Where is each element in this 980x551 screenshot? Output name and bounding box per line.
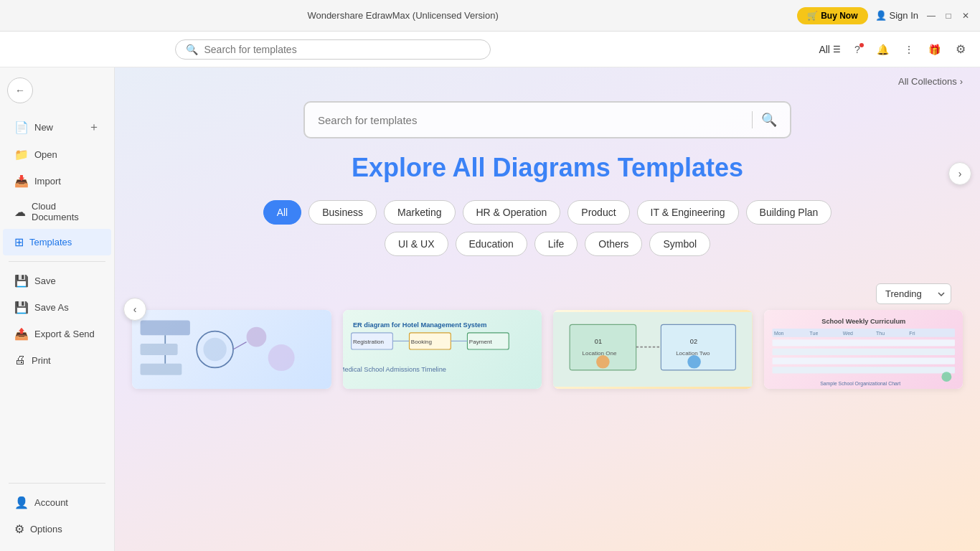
titlebar: Wondershare EdrawMax (Unlicensed Version… [0, 0, 980, 32]
category-pill-all[interactable]: All [263, 200, 302, 225]
sort-row: Trending Newest Most Used [115, 275, 980, 310]
sidebar-item-save-as[interactable]: 💾 Save As [3, 294, 111, 321]
back-button[interactable]: ← [7, 77, 33, 103]
help-icon[interactable]: ? [849, 42, 865, 57]
cart-icon: 🛒 [807, 11, 818, 21]
sidebar-item-account[interactable]: 👤 Account [3, 489, 111, 516]
collections-row: All Collections › [115, 67, 980, 87]
category-pill-education[interactable]: Education [456, 232, 527, 256]
category-pill-symbol[interactable]: Symbol [649, 232, 710, 256]
carousel-prev-button[interactable]: ‹ [123, 298, 146, 321]
svg-point-6 [203, 338, 226, 361]
svg-text:Fri: Fri [909, 331, 915, 336]
save-as-icon: 💾 [14, 301, 29, 314]
sidebar-item-open[interactable]: 📁 Open [3, 141, 111, 168]
explore-section: Explore All Diagrams Templates AllBusine… [115, 138, 980, 275]
settings-icon[interactable]: ⚙ [953, 42, 969, 57]
template-card[interactable]: School Weekly Curriculum Mon Tue Wed Thu… [764, 310, 963, 389]
svg-text:Thu: Thu [876, 331, 885, 336]
svg-rect-33 [772, 349, 954, 355]
carousel-next-button[interactable]: › [948, 162, 971, 185]
gift-icon[interactable]: 🎁 [927, 42, 943, 57]
sidebar-item-options[interactable]: ⚙ Options [3, 516, 111, 542]
sidebar-item-new[interactable]: 📄 New ＋ [3, 113, 111, 141]
import-icon: 📥 [14, 174, 29, 188]
svg-text:02: 02 [690, 338, 697, 345]
toolbar-icons: ? 🔔 ⋮ 🎁 ⚙ [849, 42, 969, 57]
svg-text:Tue: Tue [809, 331, 818, 336]
top-search-container: 🔍 [175, 39, 491, 60]
hero-search-container: 🔍 [115, 101, 980, 138]
category-row-1: AllBusinessMarketingHR & OperationProduc… [143, 200, 951, 225]
sidebar-item-import[interactable]: 📥 Import [3, 168, 111, 194]
top-bar: 🔍 All ☰ ? 🔔 ⋮ 🎁 ⚙ [0, 32, 980, 67]
svg-text:ER diagram for Hotel Managemen: ER diagram for Hotel Management System [352, 321, 486, 329]
main-layout: ← 📄 New ＋ 📁 Open 📥 Import ☁ Cloud Docume… [0, 67, 980, 551]
template-card[interactable]: 01 02 Location One Location Two [553, 310, 753, 389]
svg-text:Registration: Registration [352, 339, 383, 345]
svg-rect-31 [772, 329, 954, 337]
svg-point-7 [247, 327, 267, 347]
template-grid: ER diagram for Hotel Management System R… [115, 310, 980, 403]
content-area: All Collections › ‹ › 🔍 Explore All Diag… [115, 67, 980, 551]
category-pill-hr-and-operation[interactable]: HR & Operation [463, 200, 561, 225]
sign-in-button[interactable]: 👤 Sign In [875, 10, 918, 21]
account-icon: 👤 [14, 496, 29, 509]
category-pill-marketing[interactable]: Marketing [384, 200, 455, 225]
sidebar-item-export[interactable]: 📤 Export & Send [3, 321, 111, 347]
svg-text:Wed: Wed [842, 331, 852, 336]
svg-rect-2 [141, 364, 182, 375]
all-filter-button[interactable]: All ☰ [819, 44, 841, 55]
category-pill-others[interactable]: Others [585, 232, 642, 256]
community-icon[interactable]: ⋮ [901, 42, 917, 57]
sidebar-item-cloud[interactable]: ☁ Cloud Documents [3, 194, 111, 229]
svg-text:Mon: Mon [773, 331, 783, 336]
user-icon: 👤 [875, 10, 887, 21]
sidebar-item-templates[interactable]: ⊞ Templates [3, 229, 111, 255]
category-pill-product[interactable]: Product [567, 200, 629, 225]
new-icon: 📄 [14, 121, 29, 134]
search-input[interactable] [204, 44, 480, 55]
svg-text:Booking: Booking [410, 339, 431, 345]
window-controls: — □ ✕ [925, 10, 971, 22]
svg-text:School Weekly Curriculum: School Weekly Curriculum [821, 318, 905, 325]
sidebar: ← 📄 New ＋ 📁 Open 📥 Import ☁ Cloud Docume… [0, 67, 115, 551]
hero-search-button[interactable]: 🔍 [761, 112, 777, 128]
svg-point-8 [268, 344, 295, 371]
open-icon: 📁 [14, 148, 29, 161]
search-icon: 🔍 [186, 44, 198, 55]
sidebar-item-print[interactable]: 🖨 Print [3, 347, 111, 373]
svg-point-41 [941, 372, 951, 382]
options-icon: ⚙ [14, 522, 24, 536]
svg-line-9 [233, 342, 247, 349]
template-card-image: School Weekly Curriculum Mon Tue Wed Thu… [764, 310, 963, 389]
template-card[interactable] [132, 310, 331, 389]
top-bar-right: All ☰ ? 🔔 ⋮ 🎁 ⚙ [819, 42, 969, 57]
svg-rect-32 [772, 339, 954, 346]
svg-rect-34 [772, 358, 954, 364]
cloud-icon: ☁ [14, 205, 26, 219]
template-card-image [132, 310, 331, 389]
all-collections-link[interactable]: All Collections › [898, 76, 963, 87]
sort-select[interactable]: Trending Newest Most Used [876, 283, 951, 304]
template-card[interactable]: ER diagram for Hotel Management System R… [343, 310, 542, 389]
buy-now-button[interactable]: 🛒 Buy Now [797, 7, 867, 24]
minimize-button[interactable]: — [925, 10, 937, 22]
category-pill-life[interactable]: Life [534, 232, 578, 256]
category-pill-business[interactable]: Business [308, 200, 377, 225]
app-title: Wondershare EdrawMax (Unlicensed Version… [307, 10, 498, 21]
sidebar-divider-bottom [9, 483, 105, 484]
sidebar-divider [9, 261, 105, 262]
category-pill-it-and-engineering[interactable]: IT & Engineering [637, 200, 739, 225]
close-button[interactable]: ✕ [960, 10, 971, 22]
sidebar-item-save[interactable]: 💾 Save [3, 268, 111, 294]
menu-icon: ☰ [833, 44, 841, 55]
svg-point-27 [596, 355, 610, 369]
category-pill-ui-and-ux[interactable]: UI & UX [385, 232, 448, 256]
notification-icon[interactable]: 🔔 [875, 42, 891, 57]
category-pill-building-plan[interactable]: Building Plan [746, 200, 832, 225]
maximize-button[interactable]: □ [943, 10, 954, 22]
hero-search-input[interactable] [318, 114, 743, 126]
sidebar-nav: 📄 New ＋ 📁 Open 📥 Import ☁ Cloud Document… [0, 108, 114, 379]
category-row-2: UI & UXEducationLifeOthersSymbol [143, 232, 951, 256]
